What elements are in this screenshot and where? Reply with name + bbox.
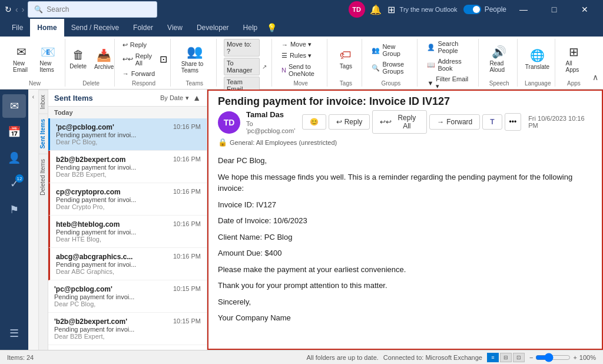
tab-folder[interactable]: Folder — [126, 19, 160, 37]
zoom-in-icon[interactable]: + — [573, 354, 577, 361]
view-btn-list[interactable]: ≡ — [487, 353, 499, 362]
body-company: Your Company Name — [218, 312, 592, 324]
email-preview: Dear Crypto Pro, — [56, 203, 201, 210]
email-from: abcg@abcgraphics.c... 10:16 PM — [56, 253, 201, 261]
sort-direction-btn[interactable]: ▲ — [193, 93, 201, 102]
apps-icon[interactable]: ⊞ — [386, 3, 396, 16]
email-from: 'pc@pcblog.com' 10:15 PM — [54, 285, 201, 293]
top-search-box[interactable]: 🔍 — [28, 1, 157, 18]
nav-tasks[interactable]: ✓ 12 — [2, 172, 26, 196]
to-manager-button[interactable]: To Manager — [224, 58, 260, 75]
browse-groups-button[interactable]: 🔍 Browse Groups — [369, 59, 412, 76]
ribbon-collapse-icon[interactable]: ∧ — [592, 72, 598, 87]
forward-action-btn[interactable]: → Forward — [429, 114, 480, 130]
ribbon-group-tags-label: Tags — [334, 79, 357, 87]
email-from: 'b2b@b2bexpert.com' 10:15 PM — [54, 317, 201, 326]
all-apps-button[interactable]: ⊞ All Apps — [562, 42, 585, 75]
teams-action-btn[interactable]: T — [482, 114, 502, 130]
side-label-deleted[interactable]: Deleted Items — [39, 154, 48, 200]
refresh-icon[interactable]: ↻ — [5, 5, 12, 14]
back-icon[interactable]: ‹ — [15, 5, 18, 14]
reply-action-btn[interactable]: ↩ Reply — [329, 114, 370, 130]
emoji-reaction-btn[interactable]: 😊 — [302, 114, 326, 130]
close-btn[interactable]: ✕ — [571, 0, 598, 19]
email-item[interactable]: 'pc@pcblog.com' 10:15 PM Pending payment… — [48, 280, 207, 313]
email-item[interactable]: cp@cryptopro.com 10:16 PM Pending paymen… — [48, 183, 207, 216]
minimize-btn[interactable]: — — [510, 0, 537, 19]
email-list-scroll[interactable]: Today 'pc@pcblog.com' 10:16 PM Pending p… — [48, 107, 207, 350]
more-icon: ☰ — [9, 327, 19, 340]
move-dropdown-button[interactable]: → Move ▾ — [279, 39, 322, 49]
tab-view[interactable]: View — [160, 19, 190, 37]
ribbon-group-apps: ⊞ All Apps Apps — [558, 39, 590, 87]
ribbon-group-tags-content: 🏷 Tags — [334, 39, 357, 79]
user-avatar[interactable]: TD — [349, 1, 365, 18]
view-btn-preview[interactable]: ⊟ — [500, 353, 512, 362]
toggle-new-outlook[interactable] — [463, 5, 481, 14]
side-label-sent[interactable]: Sent Items — [39, 114, 48, 154]
respond-expand-icon[interactable]: ⊡ — [160, 54, 167, 65]
send-to-onenote-button[interactable]: N Send to OneNote — [279, 62, 322, 78]
ribbon-group-speech-label: Speech — [486, 79, 512, 87]
people-label[interactable]: People — [485, 5, 506, 14]
flags-icon: ⚑ — [9, 203, 19, 216]
nav-flags[interactable]: ⚑ — [2, 198, 26, 221]
forward-icon[interactable]: › — [22, 5, 25, 14]
main-layout: ✉ 📅 👤 ✓ 12 ⚑ ☰ ‹ Inbox Sent Items Delete — [0, 90, 603, 350]
search-people-button[interactable]: 👤 Search People — [425, 39, 473, 55]
teams-pane-icon: T — [490, 118, 494, 126]
read-aloud-icon: 🔊 — [492, 45, 506, 59]
filter-email-button[interactable]: ▼ Filter Email ▾ — [425, 74, 473, 91]
search-input[interactable] — [47, 5, 135, 14]
new-items-button[interactable]: 📧 New Items — [36, 42, 60, 75]
reply-all-button[interactable]: ↩↩ Reply All — [120, 51, 157, 68]
delete-icon: 🗑 — [72, 48, 84, 62]
sort-by-date[interactable]: By Date ▾ — [160, 94, 189, 102]
email-from: cp@cryptopro.com 10:16 PM — [56, 188, 201, 196]
folder-expand-btn[interactable]: ‹ — [29, 92, 38, 101]
side-label-inbox[interactable]: Inbox — [39, 90, 48, 114]
tab-home[interactable]: Home — [30, 19, 64, 37]
view-btn-compact[interactable]: ⊡ — [513, 353, 525, 362]
archive-button[interactable]: 📥 Archive — [92, 46, 116, 72]
zoom-slider[interactable] — [535, 353, 571, 362]
zoom-out-icon[interactable]: − — [529, 354, 533, 361]
new-group-button[interactable]: 👥 New Group — [369, 42, 412, 58]
email-item[interactable]: 'b2b@b2bexpert.com' 10:15 PM Pending pay… — [48, 313, 207, 345]
forward-button[interactable]: → Forward — [120, 69, 157, 78]
more-options-btn[interactable]: ••• — [505, 113, 522, 131]
ribbon-group-apps-content: ⊞ All Apps — [562, 39, 585, 79]
share-to-teams-button[interactable]: 👥 Share to Teams — [178, 42, 211, 76]
reply-button[interactable]: ↩ Reply — [120, 40, 157, 50]
tab-developer[interactable]: Developer — [190, 19, 236, 37]
email-item[interactable]: b2b@b2bexpert.com 10:16 PM Pending payme… — [48, 151, 207, 183]
nav-contacts[interactable]: 👤 — [2, 146, 26, 170]
maximize-btn[interactable]: □ — [541, 0, 568, 19]
tab-help[interactable]: Help — [236, 19, 265, 37]
tab-file[interactable]: File — [5, 19, 30, 37]
reply-all-action-btn[interactable]: ↩↩ Reply All — [372, 110, 427, 134]
bell-icon[interactable]: 🔔 — [369, 3, 383, 16]
tab-send-receive[interactable]: Send / Receive — [64, 19, 126, 37]
new-email-button[interactable]: ✉ New Email — [9, 42, 34, 75]
tags-button[interactable]: 🏷 Tags — [334, 46, 357, 72]
move-to-button[interactable]: Move to: ? — [224, 39, 260, 57]
filter-icon: ▼ — [427, 80, 433, 87]
nav-calendar[interactable]: 📅 — [2, 120, 26, 144]
sent-items-title: Sent Items — [54, 94, 93, 102]
email-item[interactable]: hteb@hteblog.com 10:16 PM Pending paymen… — [48, 216, 207, 248]
email-item[interactable]: 'cp@cryptopro.com' Pending payment for i… — [48, 345, 207, 350]
address-book-button[interactable]: 📖 Address Book — [425, 57, 473, 73]
email-subject: Pending payment for invoi... — [56, 229, 201, 236]
email-item[interactable]: 'pc@pcblog.com' 10:16 PM Pending payment… — [48, 118, 207, 151]
email-item[interactable]: abcg@abcgraphics.c... 10:16 PM Pending p… — [48, 248, 207, 280]
body-thanks: Thank you for your prompt attention to t… — [218, 280, 592, 292]
translate-button[interactable]: 🌐 Translate — [525, 46, 550, 72]
nav-mail[interactable]: ✉ — [2, 94, 26, 118]
rules-dropdown-button[interactable]: ☰ Rules ▾ — [279, 51, 322, 61]
teams-icon: 👥 — [187, 44, 203, 59]
read-aloud-button[interactable]: 🔊 Read Aloud — [486, 42, 512, 75]
quick-steps-expand-icon[interactable]: ↗ — [262, 64, 267, 70]
nav-more[interactable]: ☰ — [2, 322, 26, 345]
delete-button[interactable]: 🗑 Delete — [67, 46, 90, 72]
